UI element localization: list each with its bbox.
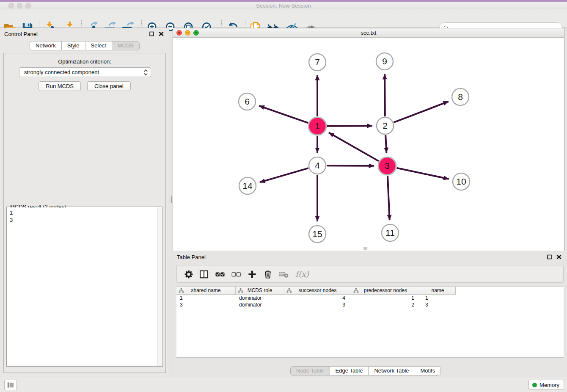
graph-edge-2-9[interactable] xyxy=(385,74,385,116)
delete-table-button xyxy=(278,269,289,279)
graph-edge-4-14[interactable] xyxy=(260,168,308,182)
table-row: 3dominator323 xyxy=(176,301,456,308)
run-mcds-button[interactable]: Run MCDS xyxy=(39,81,81,91)
graph-node-label: 2 xyxy=(383,121,388,130)
tab-style[interactable]: Style xyxy=(61,41,85,50)
graph-edge-1-6[interactable] xyxy=(259,106,308,123)
graph-node-4[interactable]: 4 xyxy=(309,157,326,174)
network-window-title: scc.txt xyxy=(173,30,564,36)
tab-select[interactable]: Select xyxy=(85,41,112,50)
close-panel-icon[interactable] xyxy=(158,31,164,37)
unselect-all-columns-button[interactable] xyxy=(231,269,241,279)
graph-edge-3-10[interactable] xyxy=(397,168,449,179)
column-label: shared name xyxy=(191,287,220,293)
tab-node-table[interactable]: Node Table xyxy=(290,366,330,375)
graph-node-label: 9 xyxy=(382,56,387,66)
add-column-icon xyxy=(247,269,257,279)
graph-node-label: 7 xyxy=(315,57,320,67)
float-panel-icon[interactable] xyxy=(149,31,155,37)
network-graph[interactable]: 1234678910111415 xyxy=(173,38,564,251)
graph-node-label: 4 xyxy=(315,160,320,170)
attribute-tree-icon xyxy=(238,288,243,293)
graph-node-3[interactable]: 3 xyxy=(378,157,396,175)
column-header-successor-nodes[interactable]: successor nodes xyxy=(284,287,351,295)
canvas-resize-dot xyxy=(363,247,367,250)
graph-node-10[interactable]: 10 xyxy=(453,173,470,190)
table-cell[interactable]: dominator xyxy=(236,301,284,308)
control-panel-title: Control Panel xyxy=(4,31,38,37)
mcds-result-list[interactable]: 13 xyxy=(7,207,157,366)
table-cell[interactable]: 1 xyxy=(420,295,456,301)
graph-edge-1-2[interactable] xyxy=(327,126,372,126)
graph-edge-2-3[interactable] xyxy=(385,135,386,153)
close-panel-button[interactable]: Close panel xyxy=(87,81,131,91)
status-bar: Memory xyxy=(0,377,567,392)
task-history-button[interactable] xyxy=(4,380,17,390)
control-panel-tabs: NetworkStyleSelectMCDS xyxy=(30,41,140,50)
optimization-criterion-label: Optimization criterion: xyxy=(4,58,165,65)
column-header-mcds-role[interactable]: MCDS role xyxy=(236,287,284,295)
graph-node-label: 3 xyxy=(385,161,390,171)
tab-network[interactable]: Network xyxy=(30,41,62,50)
show-columns-icon xyxy=(199,269,209,279)
table-tabs: Node TableEdge TableNetwork TableMotifs xyxy=(290,366,441,375)
graph-edge-4-3[interactable] xyxy=(327,166,374,166)
graph-node-14[interactable]: 14 xyxy=(239,177,256,194)
graph-node-label: 14 xyxy=(242,181,253,190)
column-label: name xyxy=(431,287,444,293)
graph-node-7[interactable]: 7 xyxy=(309,54,326,71)
graph-edge-2-8[interactable] xyxy=(394,102,449,122)
mcds-panel: Optimization criterion: strongly connect… xyxy=(3,53,166,373)
table-cell[interactable]: 1 xyxy=(176,295,236,301)
graph-node-11[interactable]: 11 xyxy=(382,224,399,241)
svg-text:f(x): f(x) xyxy=(295,270,310,279)
table-row: 1dominator411 xyxy=(176,295,456,301)
chevron-updown-icon xyxy=(143,69,148,76)
graph-node-1[interactable]: 1 xyxy=(308,117,326,135)
table-settings-button[interactable] xyxy=(184,269,194,279)
table-panel-title: Table Panel xyxy=(177,254,206,260)
column-header-predecessor-nodes[interactable]: predecessor nodes xyxy=(351,287,420,295)
float-panel-icon[interactable] xyxy=(547,254,553,260)
network-canvas[interactable]: 1234678910111415 xyxy=(173,38,564,251)
mcds-result-value: 1 xyxy=(10,209,154,216)
delete-column-button[interactable] xyxy=(263,269,273,279)
network-window-titlebar[interactable]: scc.txt xyxy=(173,28,564,38)
graph-node-9[interactable]: 9 xyxy=(376,53,393,70)
memory-status-dot xyxy=(532,383,537,387)
window-title: Session: New Session xyxy=(0,3,567,9)
graph-node-label: 10 xyxy=(456,177,466,186)
table-cell[interactable]: dominator xyxy=(236,295,284,301)
delete-column-icon xyxy=(263,269,273,279)
memory-button[interactable]: Memory xyxy=(528,380,564,390)
column-label: MCDS role xyxy=(248,287,272,293)
table-cell[interactable]: 3 xyxy=(176,301,236,308)
list-icon xyxy=(6,381,16,389)
graph-edge-3-1[interactable] xyxy=(329,133,379,161)
tab-network-table[interactable]: Network Table xyxy=(368,366,415,375)
table-cell[interactable]: 4 xyxy=(284,295,351,301)
graph-edge-3-11[interactable] xyxy=(388,176,390,220)
tab-motifs[interactable]: Motifs xyxy=(415,366,441,375)
table-cell[interactable]: 3 xyxy=(284,301,351,308)
add-column-button[interactable] xyxy=(247,269,257,279)
column-header-name[interactable]: name xyxy=(420,287,456,295)
table-cell[interactable]: 1 xyxy=(351,295,420,301)
graph-node-15[interactable]: 15 xyxy=(309,226,326,243)
tab-edge-table[interactable]: Edge Table xyxy=(330,366,369,375)
table-cell[interactable]: 2 xyxy=(351,301,420,308)
result-scrollbar[interactable] xyxy=(157,207,162,366)
select-all-columns-button[interactable] xyxy=(215,269,225,279)
show-columns-button[interactable] xyxy=(199,269,209,279)
graph-node-8[interactable]: 8 xyxy=(452,88,469,105)
table-cell[interactable]: 3 xyxy=(420,301,456,308)
tab-mcds[interactable]: MCDS xyxy=(112,41,140,50)
select-all-columns-icon xyxy=(215,269,225,279)
panel-divider-handle[interactable] xyxy=(170,196,172,203)
mcds-result-value: 3 xyxy=(10,216,154,224)
column-header-shared-name[interactable]: shared name xyxy=(176,287,236,295)
close-panel-icon[interactable] xyxy=(556,254,562,260)
graph-node-6[interactable]: 6 xyxy=(239,93,256,110)
graph-node-2[interactable]: 2 xyxy=(377,117,394,134)
criterion-dropdown[interactable]: strongly connected component xyxy=(19,67,151,77)
